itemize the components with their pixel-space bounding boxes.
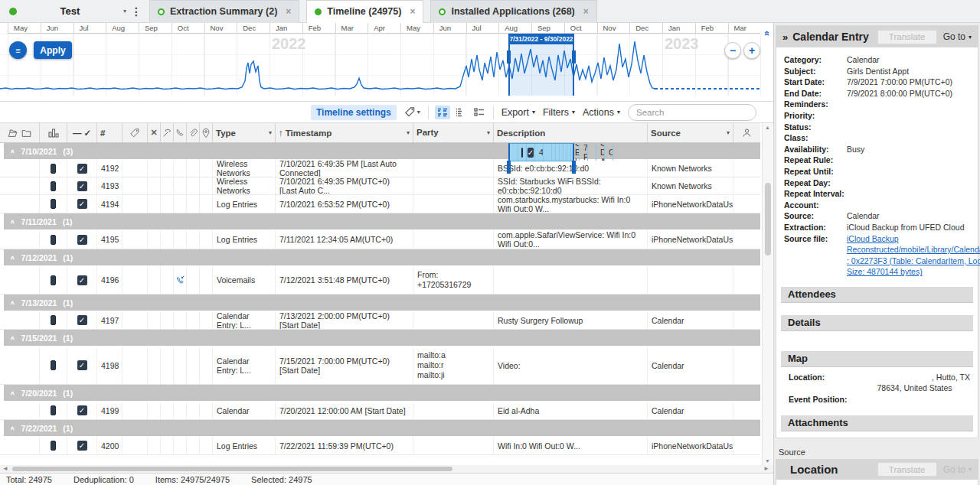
row-checkbox[interactable]: ✓ bbox=[77, 360, 87, 370]
translate-button[interactable]: Translate bbox=[877, 462, 937, 477]
vertical-scrollbar[interactable]: ▲ ▼ bbox=[762, 123, 773, 465]
filter-caret-icon[interactable]: ▾ bbox=[269, 129, 272, 136]
tab-1[interactable]: Extraction Summary (2)× bbox=[149, 0, 299, 23]
time-range-selection[interactable]: 7/31/2022 - 9/30/2022 bbox=[508, 34, 574, 96]
carved-column-header[interactable] bbox=[161, 123, 174, 142]
tag-column-header[interactable] bbox=[122, 123, 148, 142]
table-row[interactable]: ✓4199Calendar7/20/2021 12:00:00 AM [Star… bbox=[0, 402, 760, 420]
close-icon[interactable]: × bbox=[286, 6, 291, 17]
export-menu[interactable]: Export▾ bbox=[501, 107, 535, 118]
timestamp-column-header[interactable]: ↑Timestamp▾ bbox=[276, 123, 413, 142]
row-checkbox[interactable]: ✓ bbox=[77, 405, 87, 415]
kebab-menu-icon[interactable]: ⋮ bbox=[131, 5, 142, 18]
location-column-header[interactable] bbox=[200, 123, 213, 142]
scroll-right-icon[interactable]: ► bbox=[763, 465, 769, 472]
scroll-down-icon[interactable]: ▼ bbox=[765, 458, 770, 464]
attachment-column-header[interactable] bbox=[187, 123, 200, 142]
number-column-header[interactable]: # bbox=[97, 123, 122, 142]
select-column-header[interactable]: — ✓ bbox=[67, 123, 97, 142]
timeline-settings-link[interactable]: Timeline settings bbox=[311, 105, 397, 120]
collapse-group-icon[interactable]: ∧ bbox=[10, 300, 15, 306]
folder-open-icon[interactable] bbox=[7, 128, 18, 138]
row-checkbox[interactable]: ✓ bbox=[77, 275, 87, 285]
horizontal-scrollbar[interactable]: ◄ ► bbox=[0, 465, 773, 473]
description-column-header[interactable]: Description bbox=[494, 123, 648, 142]
date-group-row[interactable]: ∧7/15/2021(1) bbox=[4, 330, 760, 347]
model-column-header[interactable] bbox=[40, 123, 67, 142]
row-checkbox[interactable]: ✓ bbox=[77, 315, 87, 325]
table-row[interactable]: ✓4192Wireless Networks7/10/2021 6:49:35 … bbox=[0, 160, 760, 177]
check-icon[interactable]: ✓ bbox=[83, 128, 91, 138]
detail-view-button[interactable] bbox=[472, 106, 487, 119]
source-column-header[interactable]: Source▾ bbox=[648, 123, 733, 142]
table-row[interactable]: ✓4194Log Entries7/10/2021 6:53:52 PM(UTC… bbox=[0, 195, 760, 213]
translate-button[interactable]: Translate bbox=[877, 30, 937, 44]
tag-filter-button[interactable]: ▾ bbox=[404, 106, 420, 118]
table-row[interactable]: ✓4196Voicemails7/12/2021 3:51:48 PM(UTC+… bbox=[0, 266, 760, 295]
chart-legend-button[interactable]: ≡ bbox=[9, 41, 27, 59]
folder-icon[interactable] bbox=[21, 128, 32, 138]
date-group-row[interactable]: ∧7/20/2021(1) bbox=[4, 385, 760, 402]
filter-caret-icon[interactable]: ▾ bbox=[727, 129, 730, 136]
filter-caret-icon[interactable]: ▾ bbox=[487, 128, 490, 138]
section-attachments[interactable]: Attachments bbox=[781, 415, 973, 431]
row-checkbox[interactable]: ✓ bbox=[77, 235, 87, 245]
collapse-group-icon[interactable]: ∧ bbox=[10, 219, 15, 225]
table-row[interactable]: ✓4195Log Entries7/11/2021 12:34:05 AM(UT… bbox=[0, 230, 760, 249]
close-icon[interactable]: × bbox=[410, 6, 415, 17]
section-map[interactable]: Map bbox=[781, 351, 973, 367]
expand-panel-icon[interactable]: » bbox=[782, 31, 788, 43]
minus-icon[interactable]: — bbox=[73, 129, 82, 138]
table-row[interactable]: ✓4197Calendar Entry: L...7/13/2021 2:00:… bbox=[0, 311, 760, 330]
date-group-row[interactable]: ∧7/11/2021(1) bbox=[4, 213, 760, 230]
filter-caret-icon[interactable]: ▾ bbox=[407, 129, 410, 136]
row-checkbox[interactable]: ✓ bbox=[77, 441, 87, 451]
table-row[interactable]: ✓4193Wireless Networks7/10/2021 6:49:35 … bbox=[0, 177, 760, 195]
date-group-row[interactable]: ∧7/22/2021(1) bbox=[4, 420, 760, 437]
collapse-group-icon[interactable]: ∧ bbox=[10, 390, 15, 396]
section-attendees[interactable]: Attendees bbox=[781, 287, 973, 303]
grouped-view-button[interactable] bbox=[435, 106, 450, 119]
folder-columns-header[interactable] bbox=[4, 123, 40, 142]
collapse-group-icon[interactable]: ∧ bbox=[10, 255, 15, 261]
goto-dropdown[interactable]: Go to▾ bbox=[942, 464, 973, 475]
row-checkbox[interactable]: ✓ bbox=[77, 164, 87, 174]
table-row[interactable]: ✓4200Log Entries7/22/2021 11:59:39 PM(UT… bbox=[0, 437, 760, 455]
row-checkbox[interactable]: ✓ bbox=[77, 181, 87, 191]
scroll-left-icon[interactable]: ◄ bbox=[2, 465, 8, 472]
collapse-group-icon[interactable]: ∧ bbox=[10, 335, 15, 341]
apply-button[interactable]: Apply bbox=[34, 41, 72, 59]
examiner-column-header[interactable] bbox=[733, 123, 760, 142]
section-details[interactable]: Details bbox=[781, 315, 973, 331]
scroll-up-icon[interactable]: ▲ bbox=[765, 125, 770, 130]
row-checkbox[interactable]: ✓ bbox=[77, 199, 87, 209]
collapse-chart-icon[interactable]: » bbox=[761, 25, 773, 36]
filters-menu[interactable]: Filters▾ bbox=[543, 107, 575, 118]
party-column-header[interactable]: Party▾ bbox=[413, 123, 494, 142]
chart-plot-area[interactable]: 2022 2023 7/31/2022 - 9/30/2022 ◄ ► bbox=[0, 34, 762, 96]
zoom-in-button[interactable]: + bbox=[743, 42, 760, 59]
row-checkbox[interactable]: ✓ bbox=[528, 148, 534, 158]
source-file-link[interactable]: iCloud Backup Reconstructed/mobile/Libra… bbox=[847, 233, 980, 278]
vertical-scrollbar-thumb[interactable] bbox=[765, 183, 771, 256]
chevron-down-icon[interactable]: ▾ bbox=[123, 8, 126, 15]
delete-column-header[interactable]: ✕ bbox=[148, 123, 161, 142]
date-group-row[interactable]: ∧7/10/2021(3) bbox=[4, 143, 760, 160]
tab-3[interactable]: Installed Applications (268)× bbox=[430, 0, 596, 23]
table-row[interactable]: ✓4191Calendar Entry: L...7/9/2021 7:00:0… bbox=[508, 143, 574, 161]
goto-dropdown[interactable]: Go to▾ bbox=[942, 31, 973, 42]
search-box[interactable] bbox=[628, 104, 756, 121]
date-group-row[interactable]: ∧7/13/2021(1) bbox=[4, 295, 760, 311]
list-view-button[interactable] bbox=[453, 106, 469, 119]
call-column-header[interactable] bbox=[174, 123, 187, 142]
tab-2[interactable]: Timeline (24975)× bbox=[306, 0, 423, 23]
close-icon[interactable]: × bbox=[583, 6, 589, 17]
table-row[interactable]: ✓4198Calendar Entry: L...7/15/2021 7:00:… bbox=[0, 347, 760, 385]
date-group-row[interactable]: ∧7/12/2021(1) bbox=[4, 249, 760, 266]
horizontal-scrollbar-thumb[interactable] bbox=[12, 467, 452, 471]
type-column-header[interactable]: Type▾ bbox=[213, 123, 276, 142]
collapse-group-icon[interactable]: ∧ bbox=[10, 425, 15, 431]
collapse-group-icon[interactable]: ∧ bbox=[10, 148, 15, 155]
zoom-out-button[interactable]: − bbox=[724, 42, 741, 59]
search-input[interactable] bbox=[636, 108, 754, 117]
